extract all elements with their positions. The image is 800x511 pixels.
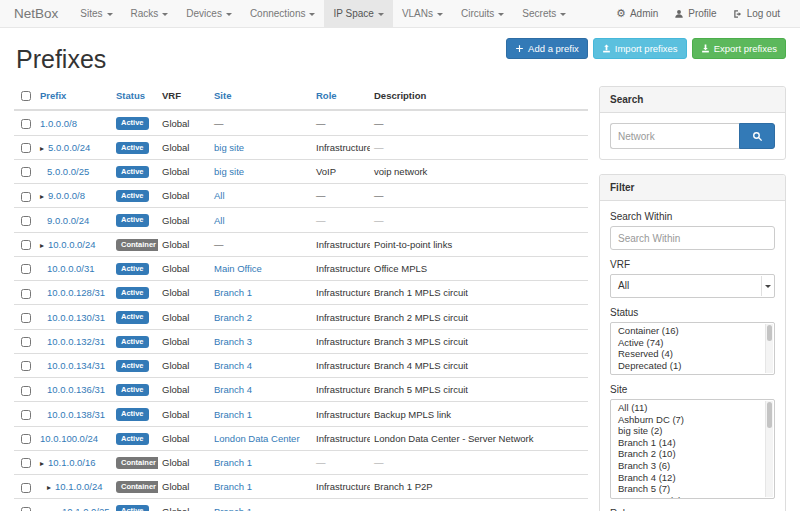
description-value: Branch 3 MPLS circuit: [374, 336, 468, 347]
prefix-link[interactable]: 10.0.0.132/31: [47, 336, 105, 347]
option[interactable]: Ashburn DC (7): [611, 414, 764, 426]
row-checkbox[interactable]: [21, 458, 31, 468]
option[interactable]: Active (74): [611, 337, 764, 349]
option[interactable]: Deprecated (1): [611, 360, 764, 372]
table-row: 5.0.0.0/25ActiveGlobalbig siteVoIPvoip n…: [14, 159, 588, 183]
nav-items: SitesRacksDevicesConnectionsIP SpaceVLAN…: [71, 0, 575, 27]
brand-logo[interactable]: NetBox: [0, 0, 71, 27]
nav-sites[interactable]: Sites: [71, 0, 121, 27]
prefix-link[interactable]: 5.0.0.0/24: [48, 142, 90, 153]
site-link[interactable]: big site: [214, 142, 244, 153]
prefix-link[interactable]: 10.0.0.130/31: [47, 312, 105, 323]
site-link[interactable]: Branch 1: [214, 506, 252, 511]
role-value: Infrastructure: [316, 433, 370, 444]
row-checkbox[interactable]: [21, 361, 31, 371]
admin-link[interactable]: ⚙ Admin: [608, 0, 666, 27]
column-header-status[interactable]: Status: [112, 86, 158, 110]
option[interactable]: big site (2): [611, 425, 764, 437]
option[interactable]: Container (16): [611, 325, 764, 337]
row-checkbox[interactable]: [21, 143, 31, 153]
site-link[interactable]: Branch 1: [214, 457, 252, 468]
table-row: 10.0.0.132/31ActiveGlobalBranch 3Infrast…: [14, 329, 588, 353]
prefix-link[interactable]: 10.1.0.0/24: [55, 481, 103, 492]
site-listbox[interactable]: All (11)Ashburn DC (7)big site (2)Branch…: [610, 399, 775, 499]
nav-devices[interactable]: Devices: [177, 0, 241, 27]
prefix-link[interactable]: 10.0.0.0/24: [48, 239, 96, 250]
scrollbar[interactable]: [765, 324, 773, 373]
nav-connections[interactable]: Connections: [241, 0, 325, 27]
row-checkbox[interactable]: [21, 386, 31, 396]
nav-racks[interactable]: Racks: [122, 0, 178, 27]
option[interactable]: COLO-1-24 (3): [611, 495, 764, 499]
row-checkbox[interactable]: [21, 192, 31, 202]
option[interactable]: All (11): [611, 402, 764, 414]
row-checkbox[interactable]: [21, 167, 31, 177]
prefix-link[interactable]: 10.1.0.0/16: [48, 457, 96, 468]
nav-vlans[interactable]: VLANs: [393, 0, 452, 27]
site-link[interactable]: Branch 4: [214, 384, 252, 395]
search-input[interactable]: [610, 123, 739, 149]
prefix-link[interactable]: 9.0.0.0/24: [47, 215, 89, 226]
row-checkbox[interactable]: [21, 483, 31, 493]
status-badge: Active: [116, 142, 149, 154]
nav-secrets[interactable]: Secrets: [513, 0, 575, 27]
prefix-link[interactable]: 10.0.0.136/31: [47, 384, 105, 395]
prefix-link[interactable]: 1.0.0.0/8: [40, 118, 77, 129]
site-link[interactable]: Branch 1: [214, 481, 252, 492]
search-button[interactable]: [739, 123, 775, 149]
status-listbox[interactable]: Container (16)Active (74)Reserved (4)Dep…: [610, 322, 775, 375]
option[interactable]: Branch 3 (6): [611, 460, 764, 472]
row-checkbox[interactable]: [21, 410, 31, 420]
prefix-link[interactable]: 10.0.0.128/31: [47, 287, 105, 298]
site-link[interactable]: Main Office: [214, 263, 262, 274]
prefix-link[interactable]: 10.0.0.138/31: [47, 409, 105, 420]
export-prefixes-button[interactable]: Export prefixes: [692, 38, 786, 59]
prefix-link[interactable]: 10.1.0.0/25: [62, 506, 110, 511]
site-link[interactable]: Branch 1: [214, 409, 252, 420]
add-prefix-button[interactable]: Add a prefix: [506, 38, 588, 59]
prefix-link[interactable]: 10.0.0.134/31: [47, 360, 105, 371]
prefix-link[interactable]: 10.0.0.0/31: [47, 263, 95, 274]
row-checkbox[interactable]: [21, 119, 31, 129]
option[interactable]: Branch 2 (10): [611, 448, 764, 460]
option[interactable]: Reserved (4): [611, 348, 764, 360]
logout-link[interactable]: Log out: [725, 0, 788, 27]
row-checkbox[interactable]: [21, 264, 31, 274]
row-checkbox[interactable]: [21, 507, 31, 511]
nav-circuits[interactable]: Circuits: [452, 0, 513, 27]
row-checkbox[interactable]: [21, 337, 31, 347]
search-within-input[interactable]: [610, 226, 775, 250]
option[interactable]: Branch 4 (12): [611, 472, 764, 484]
site-link[interactable]: London Data Center: [214, 433, 300, 444]
column-header-site[interactable]: Site: [210, 86, 312, 110]
prefix-link[interactable]: 10.0.100.0/24: [40, 433, 98, 444]
column-header-role[interactable]: Role: [312, 86, 370, 110]
description-value: —: [374, 457, 384, 468]
row-checkbox[interactable]: [21, 289, 31, 299]
site-link[interactable]: All: [214, 215, 225, 226]
scrollbar[interactable]: [765, 401, 773, 497]
site-link[interactable]: Branch 1: [214, 287, 252, 298]
row-checkbox[interactable]: [21, 216, 31, 226]
site-link[interactable]: Branch 3: [214, 336, 252, 347]
status-badge: Active: [116, 384, 149, 396]
row-checkbox[interactable]: [21, 313, 31, 323]
vrf-select[interactable]: All: [610, 274, 775, 298]
search-within-label: Search Within: [610, 211, 775, 222]
prefix-link[interactable]: 9.0.0.0/8: [48, 190, 85, 201]
prefix-link[interactable]: 5.0.0.0/25: [47, 166, 89, 177]
column-header-prefix[interactable]: Prefix: [36, 86, 112, 110]
site-link[interactable]: big site: [214, 166, 244, 177]
row-checkbox[interactable]: [21, 240, 31, 250]
profile-link[interactable]: Profile: [666, 0, 724, 27]
nav-ip-space[interactable]: IP Space: [324, 0, 392, 27]
select-all-checkbox[interactable]: [21, 91, 31, 101]
row-checkbox[interactable]: [21, 434, 31, 444]
role-value: Infrastructure: [316, 142, 370, 153]
site-link[interactable]: All: [214, 190, 225, 201]
option[interactable]: Branch 1 (14): [611, 437, 764, 449]
site-link[interactable]: Branch 2: [214, 312, 252, 323]
import-prefixes-button[interactable]: Import prefixes: [593, 38, 687, 59]
site-link[interactable]: Branch 4: [214, 360, 252, 371]
option[interactable]: Branch 5 (7): [611, 483, 764, 495]
